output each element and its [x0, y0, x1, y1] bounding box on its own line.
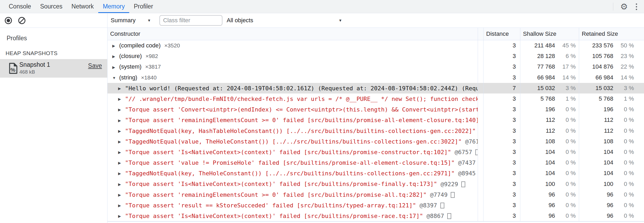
table-row[interactable]: ▼(string)×1840366 98414 %66 98414 % — [108, 72, 644, 83]
string-value: "TaggedNotEqual(value, TheHoleConstant()… — [125, 138, 462, 145]
string-value: "Torque assert 'remainingElementsCount >… — [125, 191, 427, 198]
table-row[interactable]: ▶"TaggedNotEqual(value, TheHoleConstant(… — [108, 136, 644, 147]
table-row[interactable]: ▶"Torque assert 'remainingElementsCount … — [108, 115, 644, 125]
triangle-right-icon[interactable]: ▶ — [118, 126, 125, 136]
table-row[interactable]: ▶"Torque assert 'Convert<uintptr>(endInd… — [108, 104, 644, 115]
shallow-size-percent: 0 % — [555, 106, 576, 113]
triangle-right-icon[interactable]: ▶ — [118, 115, 125, 126]
retained-size-value: 96 — [579, 212, 613, 219]
column-header-distance[interactable]: Distance — [484, 28, 520, 40]
table-row[interactable]: ▶"TaggedNotEqual(key, HashTableHoleConst… — [108, 126, 644, 136]
tab-profiler[interactable]: Profiler — [129, 0, 158, 13]
shallow-size-percent: 17 % — [555, 63, 576, 70]
triangle-right-icon[interactable]: ▶ — [118, 94, 125, 104]
retained-size-percent: 0 % — [613, 191, 634, 198]
base-snapshot-select[interactable]: All objects ▼ — [227, 17, 342, 24]
triangle-right-icon[interactable]: ▶ — [112, 62, 119, 72]
retained-size-percent: 0 % — [613, 159, 634, 166]
triangle-right-icon[interactable]: ▶ — [118, 179, 125, 189]
settings-gear-icon[interactable]: ⚙ — [620, 2, 628, 11]
perspective-select-label: Summary — [111, 17, 136, 24]
tab-network[interactable]: Network — [67, 0, 98, 13]
triangle-right-icon[interactable]: ▶ — [118, 83, 125, 93]
shallow-size-value: 112 — [520, 117, 555, 123]
save-link[interactable]: Save — [88, 62, 102, 69]
tab-console[interactable]: Console — [4, 0, 35, 13]
table-row[interactable]: ▶"Torque assert 'Is<NativeContext>(conte… — [108, 179, 644, 189]
heap-snapshot-grid: Constructor Distance Shallow Size Retain… — [108, 28, 644, 223]
triangle-right-icon[interactable]: ▶ — [112, 41, 119, 51]
triangle-right-icon[interactable]: ▶ — [118, 211, 125, 221]
constructor-name: (compiled code) — [119, 42, 161, 49]
grid-header: Constructor Distance Shallow Size Retain… — [108, 28, 644, 40]
distance-value: 3 — [484, 51, 520, 61]
sidebar-item-snapshot-1[interactable]: % Snapshot 1 468 kB Save — [0, 59, 107, 78]
triangle-right-icon[interactable]: ▶ — [112, 51, 119, 61]
column-header-shallow-size[interactable]: Shallow Size — [520, 28, 579, 40]
toolbar-divider — [613, 3, 613, 11]
object-id: @6757 — [455, 149, 472, 155]
column-header-constructor[interactable]: Constructor — [108, 28, 478, 40]
retained-size-value: 233 576 — [579, 42, 613, 49]
table-row[interactable]: ▶"Torque assert 'result == kStoreSuccede… — [108, 200, 644, 211]
table-row[interactable]: ▶"Hello world! (Requested at: 2024-08-19… — [108, 83, 644, 93]
triangle-right-icon[interactable]: ▶ — [118, 200, 125, 211]
distance-value: 3 — [484, 200, 520, 211]
record-heap-snapshot-button[interactable] — [5, 17, 12, 24]
shallow-size-value: 104 — [520, 170, 555, 177]
tab-sources[interactable]: Sources — [35, 0, 67, 13]
shallow-size-value: 15 032 — [520, 85, 555, 92]
table-row[interactable]: ▶"Torque assert 'remainingElementsCount … — [108, 189, 644, 200]
table-row[interactable]: ▶(compiled code)×35203211 48445 %233 576… — [108, 40, 644, 51]
shallow-size-percent: 0 % — [555, 117, 576, 123]
triangle-right-icon[interactable]: ▶ — [118, 136, 125, 147]
shallow-size-percent: 0 % — [555, 149, 576, 155]
distance-value: 3 — [484, 93, 520, 104]
triangle-right-icon[interactable]: ▶ — [118, 104, 125, 115]
retained-size-value: 96 — [579, 202, 613, 209]
more-options-icon[interactable] — [636, 3, 637, 10]
triangle-right-icon[interactable]: ▶ — [118, 158, 125, 168]
box-glyph-icon — [440, 203, 444, 208]
triangle-right-icon[interactable]: ▶ — [118, 147, 125, 157]
shallow-size-percent: 0 % — [555, 191, 576, 198]
table-row[interactable]: ▶"Torque assert 'Is<NativeContext>(conte… — [108, 211, 644, 221]
panel-tabbar: Console Sources Network Memory Profiler … — [0, 0, 644, 13]
table-row[interactable]: ▶(closure)×982328 1286 %105 76823 % — [108, 51, 644, 61]
shallow-size-value: 5 768 — [520, 95, 555, 102]
retained-size-percent: 0 % — [613, 202, 634, 209]
object-id: @9229 — [441, 181, 458, 188]
base-snapshot-select-label: All objects — [227, 17, 253, 24]
table-row[interactable]: ▶"Torque assert 'value != PromiseHole' f… — [108, 157, 644, 168]
distance-value: 3 — [484, 115, 520, 125]
distance-value: 3 — [484, 40, 520, 51]
perspective-select[interactable]: Summary ▼ — [111, 17, 151, 24]
heap-snapshot-file-icon: % — [8, 63, 18, 75]
column-header-retained-size[interactable]: Retained Size — [579, 28, 644, 40]
string-value: "// .wrangler/tmp/bundle-FmNIt0/checked-… — [125, 96, 478, 102]
triangle-right-icon[interactable]: ▶ — [118, 168, 125, 179]
retained-size-value: 15 032 — [579, 85, 613, 92]
class-filter-input[interactable] — [159, 15, 222, 26]
retained-size-value: 5 768 — [579, 95, 613, 102]
constructor-name: (closure) — [119, 53, 142, 59]
table-row[interactable]: ▶"TaggedNotEqual(key, TheHoleConstant())… — [108, 168, 644, 179]
string-value: "Torque assert 'remainingElementsCount >… — [125, 117, 478, 124]
table-row[interactable]: ▶(system)×3817377 76817 %104 87622 % — [108, 61, 644, 72]
triangle-down-icon[interactable]: ▼ — [112, 73, 119, 83]
shallow-size-value: 66 984 — [520, 74, 555, 81]
retained-size-value: 104 — [579, 149, 613, 155]
retained-size-percent: 0 % — [613, 181, 634, 188]
tab-memory[interactable]: Memory — [98, 0, 129, 13]
object-id: @8945 — [458, 170, 476, 177]
constructor-name: (system) — [119, 63, 141, 70]
table-row[interactable]: ▶"// .wrangler/tmp/bundle-FmNIt0/checked… — [108, 93, 644, 104]
shallow-size-value: 96 — [520, 212, 555, 219]
retained-size-value: 104 876 — [579, 63, 613, 70]
clear-profiles-button[interactable] — [18, 17, 25, 24]
table-row[interactable]: ▶"Torque assert 'Is<NativeContext>(conte… — [108, 147, 644, 157]
string-value: "Torque assert 'result == kStoreSucceded… — [125, 202, 416, 209]
triangle-right-icon[interactable]: ▶ — [118, 190, 125, 200]
shallow-size-value: 100 — [520, 181, 555, 188]
shallow-size-percent: 0 % — [555, 181, 576, 188]
